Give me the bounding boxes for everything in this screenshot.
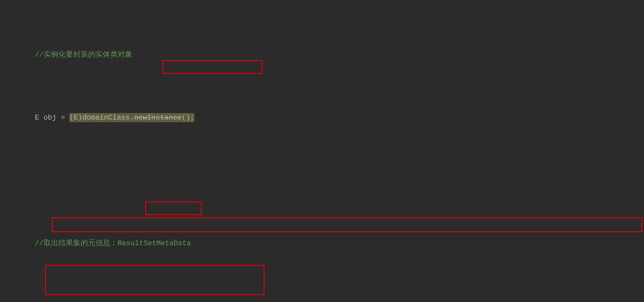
code-line: E obj = (E)domainClass.newInstance(); — [0, 110, 644, 126]
code-line: ResultSetMetaData rsmd = rs.getMetaData(… — [0, 299, 644, 302]
code-editor[interactable]: //实例化要封装的实体类对象 E obj = (E)domainClass.ne… — [0, 0, 644, 302]
comment: //实例化要封装的实体类对象 — [35, 51, 132, 59]
code-line: //实例化要封装的实体类对象 — [0, 47, 644, 63]
code-text: domainClass. — [82, 113, 134, 122]
code-text: (E) — [69, 113, 82, 122]
deprecated-method: newInstance — [134, 113, 182, 122]
code-line — [0, 173, 644, 189]
code-text: (); — [182, 113, 195, 122]
code-text: E obj = — [35, 113, 69, 122]
selection-highlight: (E)domainClass.newInstance(); — [69, 113, 194, 122]
code-line: //取出结果集的元信息：ResultSetMetaData — [0, 236, 644, 251]
comment: //取出结果集的元信息：ResultSetMetaData — [35, 239, 191, 247]
